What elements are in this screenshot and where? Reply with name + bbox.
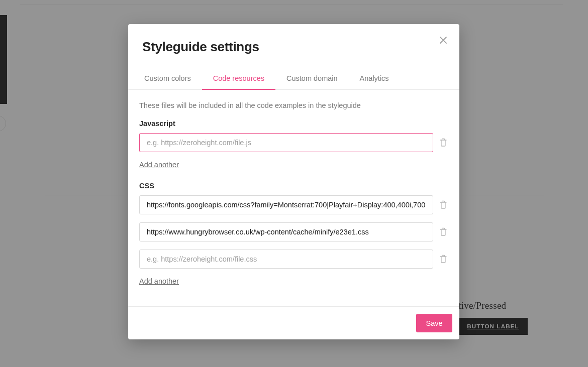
delete-css-button-2[interactable] (438, 226, 448, 237)
js-field-row (139, 133, 448, 152)
close-button[interactable] (437, 34, 450, 47)
styleguide-settings-modal: Styleguide settings Custom colors Code r… (128, 24, 459, 339)
add-another-js[interactable]: Add another (139, 161, 179, 169)
trash-icon (439, 138, 447, 147)
delete-css-button-1[interactable] (438, 199, 448, 210)
tab-code-resources[interactable]: Code resources (202, 68, 275, 89)
css-url-input-1[interactable] (139, 195, 433, 214)
javascript-section-label: Javascript (139, 119, 448, 128)
tab-custom-colors[interactable]: Custom colors (133, 68, 202, 89)
add-another-css[interactable]: Add another (139, 277, 179, 285)
trash-icon (439, 227, 447, 236)
tab-analytics[interactable]: Analytics (349, 68, 400, 89)
modal-header: Styleguide settings (128, 24, 459, 57)
css-url-input-2[interactable] (139, 222, 433, 241)
modal-body: These files will be included in all the … (128, 90, 459, 306)
css-url-input-3[interactable] (139, 250, 433, 269)
code-resources-description: These files will be included in all the … (139, 101, 448, 109)
modal-title: Styleguide settings (142, 39, 445, 55)
trash-icon (439, 255, 447, 264)
close-icon (439, 36, 447, 44)
save-button[interactable]: Save (416, 314, 452, 332)
css-field-row-3 (139, 250, 448, 269)
css-section-label: CSS (139, 182, 448, 190)
modal-footer: Save (128, 306, 459, 339)
delete-js-button[interactable] (438, 137, 448, 148)
modal-tabs: Custom colors Code resources Custom doma… (128, 68, 459, 90)
tab-custom-domain[interactable]: Custom domain (275, 68, 349, 89)
js-url-input[interactable] (139, 133, 433, 152)
trash-icon (439, 200, 447, 209)
css-field-row-2 (139, 222, 448, 241)
css-field-row-1 (139, 195, 448, 214)
delete-css-button-3[interactable] (438, 254, 448, 265)
